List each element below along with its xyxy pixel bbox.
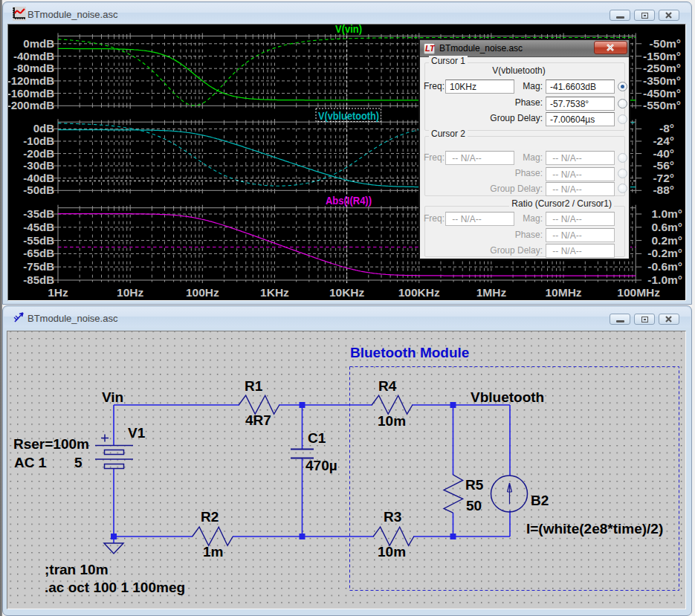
svg-text:;tran 10m: ;tran 10m: [45, 562, 109, 577]
svg-text:100MHz: 100MHz: [617, 286, 660, 299]
svg-text:0.6m°: 0.6m°: [651, 221, 682, 233]
svg-text:-0.2m°: -0.2m°: [647, 247, 682, 259]
svg-text:1MHz: 1MHz: [476, 286, 507, 299]
svg-text:R5: R5: [465, 477, 484, 493]
svg-text:Rser=100m: Rser=100m: [13, 436, 89, 452]
svg-text:0.2m°: 0.2m°: [651, 234, 682, 247]
svg-text:-50m°: -50m°: [650, 37, 681, 50]
svg-text:470µ: 470µ: [306, 458, 337, 473]
svg-text:.ac oct 100 1 100meg: .ac oct 100 1 100meg: [45, 580, 185, 595]
svg-text:-75dB: -75dB: [23, 260, 54, 273]
svg-text:-160mdB: -160mdB: [8, 87, 54, 100]
svg-text:-40dB: -40dB: [23, 172, 54, 184]
svg-text:-56°: -56°: [653, 159, 674, 172]
svg-text:-0.6m°: -0.6m°: [647, 260, 682, 273]
svg-text:Abs(I(R4)): Abs(I(R4)): [326, 195, 372, 207]
svg-text:100KHz: 100KHz: [398, 286, 440, 299]
svg-text:-88°: -88°: [653, 184, 674, 196]
svg-text:-450m°: -450m°: [643, 87, 681, 100]
svg-text:-200mdB: -200mdB: [8, 99, 54, 111]
svg-text:-40mdB: -40mdB: [13, 50, 54, 62]
svg-text:10m: 10m: [378, 544, 406, 560]
svg-text:-55dB: -55dB: [23, 234, 54, 247]
svg-text:10Hz: 10Hz: [117, 286, 143, 299]
svg-text:50: 50: [466, 498, 482, 513]
svg-text:-120mdB: -120mdB: [8, 74, 54, 87]
svg-text:-35dB: -35dB: [23, 207, 54, 220]
svg-text:-250m°: -250m°: [643, 62, 681, 74]
svg-text:-350m°: -350m°: [643, 74, 681, 87]
svg-text:-550m°: -550m°: [643, 99, 681, 111]
svg-text:V1: V1: [128, 425, 146, 441]
svg-text:1KHz: 1KHz: [260, 286, 289, 299]
svg-text:-80mdB: -80mdB: [13, 62, 54, 74]
svg-text:1m: 1m: [203, 544, 223, 560]
svg-text:R1: R1: [245, 378, 263, 394]
svg-text:1Hz: 1Hz: [48, 286, 68, 299]
svg-text:-150m°: -150m°: [643, 50, 681, 62]
svg-text:0mdB: 0mdB: [23, 37, 54, 50]
svg-text:C1: C1: [308, 430, 326, 446]
svg-text:R3: R3: [384, 509, 401, 525]
svg-text:V(vbluetooth): V(vbluetooth): [318, 110, 379, 122]
svg-text:-24°: -24°: [653, 134, 674, 147]
svg-text:R2: R2: [201, 509, 219, 525]
svg-text:Bluetooth Module: Bluetooth Module: [350, 345, 469, 360]
svg-text:-20dB: -20dB: [23, 147, 54, 160]
svg-text:-1.0m°: -1.0m°: [647, 273, 682, 286]
svg-text:5: 5: [74, 455, 83, 470]
svg-text:1.0m°: 1.0m°: [651, 207, 682, 220]
svg-text:10KHz: 10KHz: [329, 286, 365, 299]
svg-text:R4: R4: [378, 378, 397, 394]
svg-text:Vin: Vin: [102, 389, 123, 405]
svg-text:-8°: -8°: [659, 122, 674, 134]
svg-text:I=(white(2e8*time)/2): I=(white(2e8*time)/2): [526, 521, 663, 536]
svg-text:10MHz: 10MHz: [545, 286, 581, 299]
svg-text:10m: 10m: [378, 413, 406, 429]
svg-text:-30dB: -30dB: [23, 159, 54, 172]
svg-text:4R7: 4R7: [245, 412, 271, 428]
svg-text:0dB: 0dB: [33, 122, 55, 134]
svg-text:-45dB: -45dB: [23, 221, 54, 233]
svg-text:-72°: -72°: [653, 172, 674, 184]
svg-text:100Hz: 100Hz: [186, 286, 219, 299]
svg-text:Vbluetooth: Vbluetooth: [471, 389, 544, 405]
svg-text:-65dB: -65dB: [23, 247, 54, 259]
svg-text:-10dB: -10dB: [23, 134, 54, 147]
svg-text:-40°: -40°: [653, 147, 674, 160]
svg-text:B2: B2: [531, 493, 549, 508]
svg-text:AC 1: AC 1: [14, 455, 47, 470]
svg-text:V(vin): V(vin): [335, 25, 362, 35]
svg-text:-85dB: -85dB: [23, 273, 54, 286]
svg-text:-50dB: -50dB: [23, 184, 54, 196]
